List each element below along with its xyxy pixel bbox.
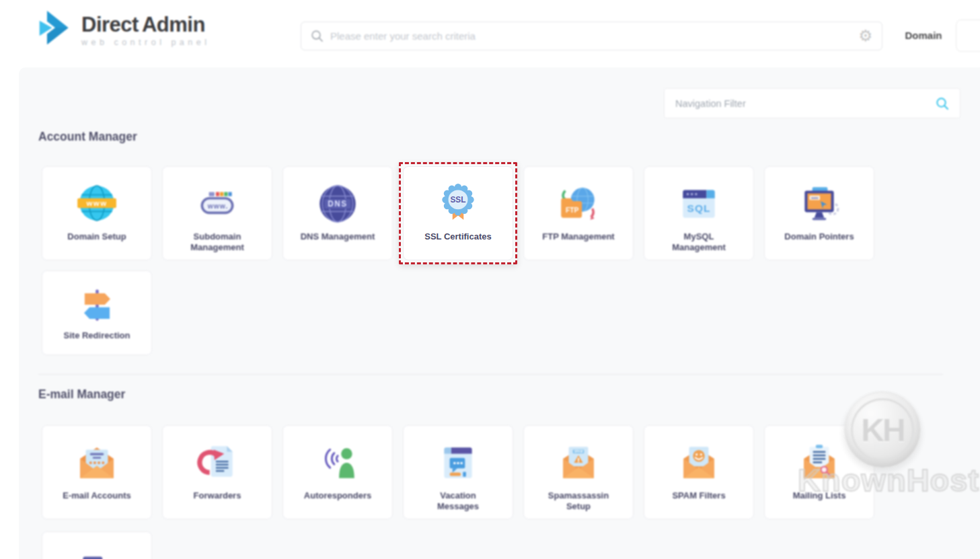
- card-label: E-mail Accounts: [59, 490, 135, 501]
- svg-text:DNS: DNS: [328, 199, 348, 209]
- email-manager-grid-row2: [42, 531, 152, 559]
- card-mysql-management[interactable]: SQL MySQL Management: [644, 166, 754, 260]
- gear-icon[interactable]: ⚙: [858, 28, 872, 44]
- directadmin-dashboard: DirectAdmin web control panel ⚙ Domain A…: [0, 0, 980, 559]
- card-ftp-management[interactable]: FTP FTP Management: [523, 166, 634, 260]
- filter-search-icon: [936, 97, 949, 110]
- card-email-accounts[interactable]: E-mail Accounts: [42, 425, 152, 519]
- card-mailing-lists[interactable]: Mailing Lists: [764, 425, 874, 519]
- search-icon: [311, 30, 324, 42]
- subdomain-icon: www.: [195, 182, 239, 226]
- card-forwarders[interactable]: Forwarders: [162, 425, 272, 519]
- ssl-badge-icon: SSL: [436, 182, 480, 226]
- card-label: Domain Setup: [63, 231, 130, 242]
- card-dns-management[interactable]: DNS DNS Management: [282, 166, 393, 260]
- envelope-letter-icon: [75, 441, 119, 485]
- svg-text:SSL: SSL: [450, 195, 465, 204]
- card-autoresponders[interactable]: Autoresponders: [282, 425, 393, 519]
- card-label: Vacation Messages: [433, 490, 483, 513]
- forward-document-icon: [195, 441, 239, 485]
- navigation-filter-input[interactable]: [675, 98, 936, 109]
- card-domain-setup[interactable]: www Domain Setup: [42, 166, 152, 260]
- svg-text:FTP: FTP: [566, 207, 579, 214]
- email-manager-grid: E-mail Accounts Forwarders: [42, 425, 874, 519]
- navigation-filter: [664, 88, 960, 118]
- card-spamassassin-setup[interactable]: SPAM Spamassassin Setup: [523, 425, 634, 519]
- envelope-smiley-icon: [677, 441, 721, 485]
- card-label: Autoresponders: [300, 490, 375, 501]
- header-right-stub[interactable]: [956, 20, 980, 52]
- svg-text:SQL: SQL: [687, 202, 711, 214]
- global-search-input[interactable]: [330, 30, 858, 42]
- header: DirectAdmin web control panel ⚙ Domain: [0, 0, 980, 67]
- card-label: MySQL Management: [668, 231, 729, 254]
- message-window-icon: [436, 441, 480, 485]
- ftp-folder-icon: FTP: [556, 182, 601, 226]
- card-site-redirection[interactable]: Site Redirection: [42, 270, 152, 355]
- globe-www-icon: www: [75, 182, 119, 226]
- svg-text:www: www: [811, 196, 819, 200]
- card-label: Forwarders: [190, 490, 246, 501]
- section-title-email-manager: E-mail Manager: [38, 387, 125, 402]
- account-manager-grid-row2: Site Redirection: [42, 270, 152, 355]
- logo-chevrons-icon: [37, 8, 75, 50]
- app-subtitle: web control panel: [81, 38, 210, 47]
- person-broadcast-icon: [315, 441, 360, 485]
- signpost-icon: [77, 286, 116, 325]
- card-ssl-certificates[interactable]: SSL SSL Certificates: [403, 166, 513, 260]
- card-label: Mailing Lists: [789, 490, 850, 501]
- card-label: Domain Pointers: [780, 231, 858, 242]
- card-domain-pointers[interactable]: www Domain Pointers: [764, 166, 874, 260]
- account-manager-grid: www Domain Setup www. Subdomain Manageme…: [42, 166, 874, 260]
- envelope-list-icon: [797, 441, 841, 485]
- section-divider: [38, 374, 943, 375]
- global-search-bar: ⚙: [301, 22, 882, 50]
- card-label: Spamassassin Setup: [544, 490, 613, 513]
- card-vacation-messages[interactable]: Vacation Messages: [403, 425, 513, 519]
- directadmin-logo[interactable]: DirectAdmin web control panel: [37, 8, 210, 50]
- svg-text:www: www: [85, 199, 107, 207]
- dns-globe-icon: DNS: [315, 182, 360, 226]
- sql-window-icon: SQL: [677, 182, 721, 226]
- card-label: SPAM Filters: [668, 490, 729, 501]
- webmail-icon: [75, 547, 119, 559]
- domain-label: Domain: [900, 30, 947, 41]
- card-spam-filters[interactable]: SPAM Filters: [644, 425, 754, 519]
- card-subdomain-management[interactable]: www. Subdomain Management: [162, 166, 272, 260]
- monitor-pointer-icon: www: [797, 182, 841, 226]
- card-label: Site Redirection: [60, 330, 135, 341]
- svg-text:SPAM: SPAM: [574, 450, 582, 453]
- app-title: DirectAdmin: [81, 13, 210, 36]
- card-label: DNS Management: [297, 231, 379, 242]
- card-label: SSL Certificates: [420, 231, 495, 242]
- svg-text:www.: www.: [207, 202, 229, 210]
- envelope-warning-icon: SPAM: [556, 441, 601, 485]
- card-label: FTP Management: [538, 231, 618, 242]
- section-title-account-manager: Account Manager: [38, 130, 137, 144]
- card-webmail-partial[interactable]: [42, 531, 152, 559]
- card-label: Subdomain Management: [186, 231, 248, 254]
